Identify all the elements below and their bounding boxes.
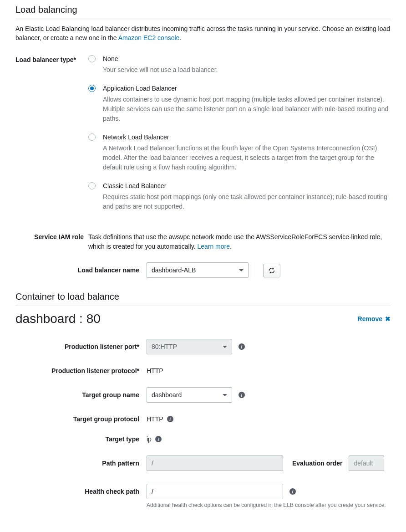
refresh-button[interactable] [263,264,280,277]
health-check-help: Additional health check options can be c… [147,502,391,508]
info-icon[interactable]: i [289,488,296,495]
divider [15,19,391,19]
tg-protocol-label: Target group protocol [73,415,139,423]
lb-name-select[interactable]: dashboard-ALB [147,262,249,278]
caret-down-icon [239,269,244,271]
path-pattern-row: Path pattern Evaluation order [15,455,391,471]
intro-suffix: . [179,34,181,41]
path-pattern-label: Path pattern [102,460,139,467]
iam-role-row: Service IAM role Task definitions that u… [15,232,391,251]
listener-port-select[interactable]: 80:HTTP [147,339,232,354]
eval-order-label: Evaluation order [292,460,342,467]
lb-name-value: dashboard-ALB [152,266,196,274]
target-type-label: Target type [106,435,139,443]
radio-desc: Allows containers to use dynamic host po… [103,95,391,123]
learn-more-link[interactable]: Learn more [197,243,230,250]
info-icon[interactable]: i [239,343,245,350]
iam-role-suffix: . [230,243,232,250]
radio-icon[interactable] [88,182,96,189]
section-title: Load balancing [15,5,391,15]
target-type-row: Target type ip i [15,435,391,443]
container-section-title: Container to load balance [15,292,391,302]
listener-port-label: Production listener port* [65,343,139,350]
radio-option-alb[interactable]: Application Load Balancer Allows contain… [88,85,391,123]
listener-port-row: Production listener port* 80:HTTP i [15,339,391,354]
radio-icon[interactable] [88,133,96,141]
health-check-input[interactable] [147,484,283,499]
intro-prefix: An Elastic Load Balancing load balancer … [15,25,390,41]
radio-icon[interactable] [88,85,96,92]
listener-protocol-value: HTTP [147,367,163,374]
radio-desc: A Network Load Balancer functions at the… [103,143,391,172]
tg-name-label: Target group name [82,391,139,399]
tg-protocol-row: Target group protocol HTTP i [15,415,391,423]
radio-option-nlb[interactable]: Network Load Balancer A Network Load Bal… [88,133,391,172]
container-header: dashboard : 80 Remove ✖ [15,312,391,326]
radio-desc: Requires static host port mappings (only… [103,192,391,211]
lb-type-label: Load balancer type* [15,56,76,63]
close-icon: ✖ [385,315,391,322]
health-check-label: Health check path [85,488,139,495]
listener-protocol-row: Production listener protocol* HTTP [15,367,391,374]
health-check-row: Health check path i [15,484,391,499]
tg-name-value: dashboard [152,391,182,399]
intro-text: An Elastic Load Balancing load balancer … [15,25,391,42]
tg-protocol-value: HTTP [147,415,163,423]
lb-name-label: Load balancer name [78,266,139,274]
ec2-console-link[interactable]: Amazon EC2 console [118,34,180,41]
caret-down-icon [223,346,227,348]
info-icon[interactable]: i [167,416,173,422]
radio-label: None [103,55,118,62]
caret-down-icon [223,394,227,396]
listener-protocol-label: Production listener protocol* [51,367,139,374]
radio-label: Application Load Balancer [103,85,177,92]
radio-label: Network Load Balancer [103,133,169,141]
divider [15,306,391,306]
target-type-value: ip [147,435,152,443]
remove-button[interactable]: Remove ✖ [358,315,391,322]
info-icon[interactable]: i [239,392,245,398]
path-pattern-input[interactable] [147,455,283,471]
iam-role-label: Service IAM role [34,233,84,240]
tg-name-row: Target group name dashboard i [15,387,391,403]
eval-order-input[interactable] [349,455,384,471]
radio-desc: Your service will not use a load balance… [103,65,391,75]
iam-role-text: Task definitions that use the awsvpc net… [88,233,382,250]
info-icon[interactable]: i [155,436,162,442]
refresh-icon [269,267,275,274]
tg-name-select[interactable]: dashboard [147,387,232,403]
lb-type-row: Load balancer type* None Your service wi… [15,55,391,221]
remove-label: Remove [358,315,382,322]
radio-icon[interactable] [88,55,96,62]
listener-port-value: 80:HTTP [152,343,177,350]
radio-label: Classic Load Balancer [103,182,166,189]
radio-option-none[interactable]: None Your service will not use a load ba… [88,55,391,75]
container-name: dashboard : 80 [15,312,101,326]
radio-option-clb[interactable]: Classic Load Balancer Requires static ho… [88,182,391,211]
lb-name-row: Load balancer name dashboard-ALB [15,262,391,278]
